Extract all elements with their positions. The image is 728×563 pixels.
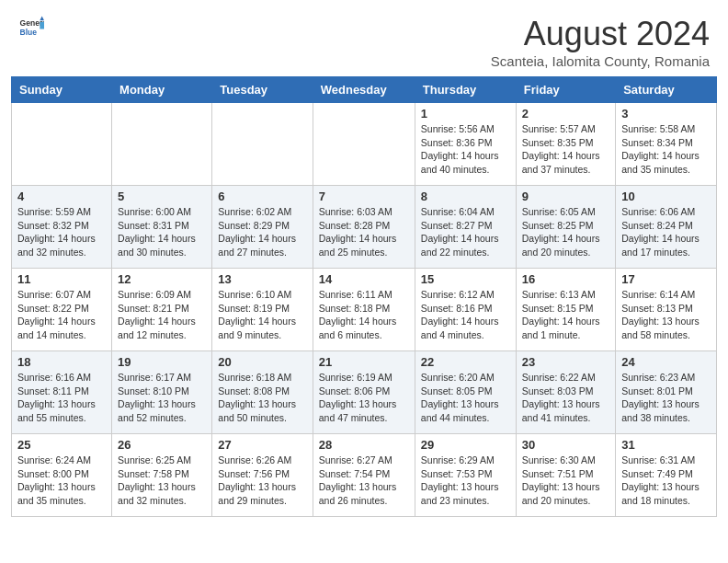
day-number: 11 — [17, 272, 106, 286]
calendar-table: SundayMondayTuesdayWednesdayThursdayFrid… — [11, 76, 717, 517]
day-info: Sunrise: 6:05 AM Sunset: 8:25 PM Dayligh… — [522, 205, 609, 259]
calendar-week-row: 18Sunrise: 6:16 AM Sunset: 8:11 PM Dayli… — [12, 351, 717, 434]
day-info: Sunrise: 6:25 AM Sunset: 7:58 PM Dayligh… — [118, 454, 206, 508]
day-info: Sunrise: 6:13 AM Sunset: 8:15 PM Dayligh… — [522, 288, 609, 342]
calendar-cell: 15Sunrise: 6:12 AM Sunset: 8:16 PM Dayli… — [415, 269, 516, 351]
day-number: 13 — [218, 272, 306, 286]
weekday-header-saturday: Saturday — [616, 77, 717, 103]
day-number: 4 — [17, 190, 106, 203]
day-number: 2 — [522, 107, 609, 121]
calendar-week-row: 11Sunrise: 6:07 AM Sunset: 8:22 PM Dayli… — [12, 269, 717, 351]
day-info: Sunrise: 6:16 AM Sunset: 8:11 PM Dayligh… — [17, 371, 106, 425]
day-number: 19 — [118, 355, 206, 369]
logo-icon: General Blue — [18, 15, 44, 40]
day-number: 30 — [522, 438, 609, 452]
calendar-cell: 22Sunrise: 6:20 AM Sunset: 8:05 PM Dayli… — [415, 351, 516, 434]
day-info: Sunrise: 6:20 AM Sunset: 8:05 PM Dayligh… — [421, 371, 510, 425]
day-number: 29 — [421, 438, 510, 452]
calendar-cell: 30Sunrise: 6:30 AM Sunset: 7:51 PM Dayli… — [516, 434, 615, 517]
day-number: 28 — [319, 438, 409, 452]
calendar-cell: 11Sunrise: 6:07 AM Sunset: 8:22 PM Dayli… — [12, 269, 112, 351]
calendar-cell: 17Sunrise: 6:14 AM Sunset: 8:13 PM Dayli… — [616, 269, 717, 351]
calendar-cell — [112, 103, 212, 186]
calendar-cell: 16Sunrise: 6:13 AM Sunset: 8:15 PM Dayli… — [516, 269, 615, 351]
page-header: General Blue August 2024 Scanteia, Ialom… — [0, 0, 728, 76]
calendar-cell — [313, 103, 415, 186]
day-info: Sunrise: 6:27 AM Sunset: 7:54 PM Dayligh… — [319, 454, 409, 508]
day-info: Sunrise: 6:11 AM Sunset: 8:18 PM Dayligh… — [319, 288, 409, 342]
day-info: Sunrise: 6:29 AM Sunset: 7:53 PM Dayligh… — [421, 454, 510, 508]
day-info: Sunrise: 5:57 AM Sunset: 8:35 PM Dayligh… — [522, 122, 609, 177]
calendar-cell: 7Sunrise: 6:03 AM Sunset: 8:28 PM Daylig… — [313, 186, 415, 269]
day-number: 5 — [118, 190, 206, 203]
day-number: 15 — [421, 272, 510, 286]
day-info: Sunrise: 5:56 AM Sunset: 8:36 PM Dayligh… — [421, 122, 510, 177]
calendar-cell: 1Sunrise: 5:56 AM Sunset: 8:36 PM Daylig… — [415, 103, 516, 186]
day-number: 18 — [17, 355, 106, 369]
calendar-cell: 2Sunrise: 5:57 AM Sunset: 8:35 PM Daylig… — [516, 103, 615, 186]
weekday-header-row: SundayMondayTuesdayWednesdayThursdayFrid… — [12, 77, 717, 103]
weekday-header-sunday: Sunday — [12, 77, 112, 103]
day-number: 21 — [319, 355, 409, 369]
calendar-cell: 13Sunrise: 6:10 AM Sunset: 8:19 PM Dayli… — [212, 269, 313, 351]
day-info: Sunrise: 6:19 AM Sunset: 8:06 PM Dayligh… — [319, 371, 409, 425]
calendar-cell: 31Sunrise: 6:31 AM Sunset: 7:49 PM Dayli… — [616, 434, 717, 517]
weekday-header-tuesday: Tuesday — [212, 77, 313, 103]
day-info: Sunrise: 6:17 AM Sunset: 8:10 PM Dayligh… — [118, 371, 206, 425]
calendar-cell: 4Sunrise: 5:59 AM Sunset: 8:32 PM Daylig… — [12, 186, 112, 269]
calendar-cell: 3Sunrise: 5:58 AM Sunset: 8:34 PM Daylig… — [616, 103, 717, 186]
svg-marker-3 — [40, 22, 44, 29]
calendar-cell — [212, 103, 313, 186]
main-title: August 2024 — [491, 15, 710, 53]
calendar-cell: 21Sunrise: 6:19 AM Sunset: 8:06 PM Dayli… — [313, 351, 415, 434]
weekday-header-wednesday: Wednesday — [313, 77, 415, 103]
day-info: Sunrise: 6:00 AM Sunset: 8:31 PM Dayligh… — [118, 205, 206, 259]
calendar-week-row: 4Sunrise: 5:59 AM Sunset: 8:32 PM Daylig… — [12, 186, 717, 269]
day-number: 6 — [218, 190, 306, 203]
day-number: 7 — [319, 190, 409, 203]
title-block: August 2024 Scanteia, Ialomita County, R… — [491, 15, 710, 69]
svg-text:Blue: Blue — [20, 28, 38, 37]
calendar-cell: 29Sunrise: 6:29 AM Sunset: 7:53 PM Dayli… — [415, 434, 516, 517]
day-number: 27 — [218, 438, 306, 452]
day-info: Sunrise: 6:24 AM Sunset: 8:00 PM Dayligh… — [17, 454, 106, 508]
calendar-cell: 8Sunrise: 6:04 AM Sunset: 8:27 PM Daylig… — [415, 186, 516, 269]
calendar-cell: 26Sunrise: 6:25 AM Sunset: 7:58 PM Dayli… — [112, 434, 212, 517]
day-info: Sunrise: 6:06 AM Sunset: 8:24 PM Dayligh… — [621, 205, 711, 259]
calendar-cell: 9Sunrise: 6:05 AM Sunset: 8:25 PM Daylig… — [516, 186, 615, 269]
calendar-cell: 24Sunrise: 6:23 AM Sunset: 8:01 PM Dayli… — [616, 351, 717, 434]
calendar-cell: 6Sunrise: 6:02 AM Sunset: 8:29 PM Daylig… — [212, 186, 313, 269]
subtitle: Scanteia, Ialomita County, Romania — [491, 53, 710, 69]
day-info: Sunrise: 5:59 AM Sunset: 8:32 PM Dayligh… — [17, 205, 106, 259]
calendar-cell: 23Sunrise: 6:22 AM Sunset: 8:03 PM Dayli… — [516, 351, 615, 434]
logo: General Blue — [18, 15, 44, 40]
day-info: Sunrise: 6:04 AM Sunset: 8:27 PM Dayligh… — [421, 205, 510, 259]
day-number: 1 — [421, 107, 510, 121]
calendar-cell: 19Sunrise: 6:17 AM Sunset: 8:10 PM Dayli… — [112, 351, 212, 434]
day-number: 25 — [17, 438, 106, 452]
day-info: Sunrise: 6:30 AM Sunset: 7:51 PM Dayligh… — [522, 454, 609, 508]
day-info: Sunrise: 6:31 AM Sunset: 7:49 PM Dayligh… — [621, 454, 711, 508]
calendar-cell: 10Sunrise: 6:06 AM Sunset: 8:24 PM Dayli… — [616, 186, 717, 269]
day-number: 14 — [319, 272, 409, 286]
calendar-week-row: 1Sunrise: 5:56 AM Sunset: 8:36 PM Daylig… — [12, 103, 717, 186]
day-info: Sunrise: 6:07 AM Sunset: 8:22 PM Dayligh… — [17, 288, 106, 342]
day-info: Sunrise: 6:22 AM Sunset: 8:03 PM Dayligh… — [522, 371, 609, 425]
calendar-cell: 25Sunrise: 6:24 AM Sunset: 8:00 PM Dayli… — [12, 434, 112, 517]
calendar-cell: 12Sunrise: 6:09 AM Sunset: 8:21 PM Dayli… — [112, 269, 212, 351]
day-number: 23 — [522, 355, 609, 369]
day-number: 26 — [118, 438, 206, 452]
day-number: 9 — [522, 190, 609, 203]
day-info: Sunrise: 6:18 AM Sunset: 8:08 PM Dayligh… — [218, 371, 306, 425]
day-number: 20 — [218, 355, 306, 369]
calendar-cell: 18Sunrise: 6:16 AM Sunset: 8:11 PM Dayli… — [12, 351, 112, 434]
day-info: Sunrise: 6:26 AM Sunset: 7:56 PM Dayligh… — [218, 454, 306, 508]
day-number: 10 — [621, 190, 711, 203]
day-number: 24 — [621, 355, 711, 369]
day-number: 16 — [522, 272, 609, 286]
calendar-cell: 5Sunrise: 6:00 AM Sunset: 8:31 PM Daylig… — [112, 186, 212, 269]
weekday-header-monday: Monday — [112, 77, 212, 103]
day-number: 8 — [421, 190, 510, 203]
day-info: Sunrise: 5:58 AM Sunset: 8:34 PM Dayligh… — [621, 122, 711, 177]
day-info: Sunrise: 6:23 AM Sunset: 8:01 PM Dayligh… — [621, 371, 711, 425]
